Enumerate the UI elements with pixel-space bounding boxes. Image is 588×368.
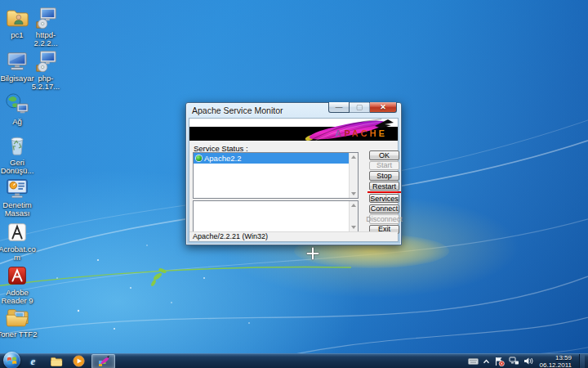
taskbar: e	[0, 353, 588, 368]
apache-service-monitor-window: Apache Service Monitor — ▢ ✕	[185, 102, 402, 245]
close-button[interactable]: ✕	[370, 102, 397, 113]
network-icon	[5, 92, 29, 117]
scroll-down-icon[interactable]	[351, 226, 356, 229]
desktop-icon-label: Geri Dönüşü...	[0, 159, 38, 175]
connect-button[interactable]: Connect	[369, 204, 399, 214]
window-client-area: APACHE Service Status : Apache2.2 OK Sta…	[189, 118, 399, 242]
taskbar-windows-explorer[interactable]	[46, 354, 66, 368]
restart-annotation-underline	[368, 191, 401, 193]
control-panel-icon	[5, 176, 29, 200]
taskbar-internet-explorer[interactable]: e	[23, 354, 43, 368]
volume-icon[interactable]	[523, 357, 533, 366]
desktop-icon-label: Toner TTF2	[0, 330, 37, 339]
system-tray: 13:59 06.12.2011	[468, 354, 588, 368]
apache-monitor-icon	[97, 355, 110, 368]
action-center-flag-icon[interactable]	[494, 357, 505, 366]
taskbar-media-player[interactable]	[69, 354, 89, 368]
service-status-list[interactable]: Apache2.2	[193, 152, 359, 199]
desktop-icon-label: Ağ	[12, 118, 22, 126]
desktop-wallpaper: pc1 httpd-2.2.2... Bilgisayar php-5.2.17…	[0, 0, 588, 368]
keyboard-icon[interactable]	[468, 357, 479, 366]
maximize-button: ▢	[350, 102, 370, 113]
desktop-icon-acrobat[interactable]: Acrobat.com	[0, 220, 38, 262]
desktop-icon-label: Denetim Masası	[0, 201, 38, 218]
desktop-icon-label: httpd-2.2.2...	[25, 31, 66, 47]
disconnect-button: Disconnect	[369, 214, 399, 224]
desktop-icon-php-installer[interactable]: php-5.2.17...	[25, 49, 66, 91]
desktop-icon-recycle-bin[interactable]: Geri Dönüşü...	[0, 133, 38, 175]
apache-version-text: Apache/2.2.21 (Win32)	[193, 232, 268, 240]
show-desktop-button[interactable]	[579, 354, 585, 368]
desktop-icon-control-panel[interactable]: Denetim Masası	[0, 176, 38, 218]
service-row-apache22[interactable]: Apache2.2	[194, 153, 349, 164]
internet-explorer-icon: e	[31, 355, 36, 368]
stop-button[interactable]: Stop	[369, 171, 399, 181]
installer-icon	[33, 49, 58, 74]
scroll-up-icon[interactable]	[351, 204, 356, 207]
apache-wordmark: APACHE	[335, 128, 387, 138]
services-button[interactable]: Services	[369, 194, 399, 204]
windows-flag-icon	[3, 352, 20, 368]
taskbar-apache-monitor-active[interactable]	[91, 354, 115, 368]
window-statusbar: Apache/2.2.21 (Win32)	[189, 231, 398, 242]
desktop-icon-label: pc1	[11, 31, 23, 39]
desktop-icon-httpd-installer[interactable]: httpd-2.2.2...	[25, 6, 66, 47]
start-button[interactable]	[3, 352, 20, 368]
clock-date: 06.12.2011	[540, 361, 572, 368]
installer-icon	[33, 6, 58, 30]
minimize-button[interactable]: —	[328, 102, 350, 113]
start-button: Start	[369, 161, 399, 171]
apache-banner: APACHE	[189, 119, 398, 141]
desktop-icon-label: php-5.2.17...	[25, 74, 66, 91]
log-list[interactable]	[193, 200, 359, 232]
picture-folder-icon	[5, 305, 29, 330]
desktop-icon-label: Acrobat.com	[0, 245, 38, 262]
taskbar-clock[interactable]: 13:59 06.12.2011	[540, 354, 572, 368]
desktop-icon-label: Adobe Reader 9	[0, 289, 38, 305]
desktop-icon-toner-folder[interactable]: Toner TTF2	[0, 305, 38, 339]
desktop-icon-network[interactable]: Ağ	[0, 92, 38, 126]
adobe-reader-icon	[5, 263, 29, 288]
windows-explorer-icon	[50, 355, 63, 368]
recycle-bin-icon	[5, 133, 29, 158]
show-hidden-icons-icon[interactable]	[483, 358, 490, 365]
service-list-scrollbar[interactable]	[349, 153, 358, 198]
acrobat-icon	[5, 220, 29, 245]
service-name: Apache2.2	[204, 154, 241, 163]
service-running-icon	[196, 155, 202, 161]
network-status-icon[interactable]	[509, 357, 519, 366]
scroll-up-icon[interactable]	[351, 155, 356, 159]
clock-time: 13:59	[540, 354, 572, 361]
restart-button[interactable]: Restart	[369, 182, 399, 191]
scroll-down-icon[interactable]	[351, 192, 356, 195]
window-title: Apache Service Monitor	[192, 105, 283, 115]
media-player-icon	[73, 355, 85, 367]
ok-button[interactable]: OK	[369, 150, 399, 160]
desktop-icon-adobe-reader[interactable]: Adobe Reader 9	[0, 263, 38, 305]
log-list-scrollbar[interactable]	[349, 201, 358, 231]
window-titlebar[interactable]: Apache Service Monitor — ▢ ✕	[186, 103, 401, 118]
